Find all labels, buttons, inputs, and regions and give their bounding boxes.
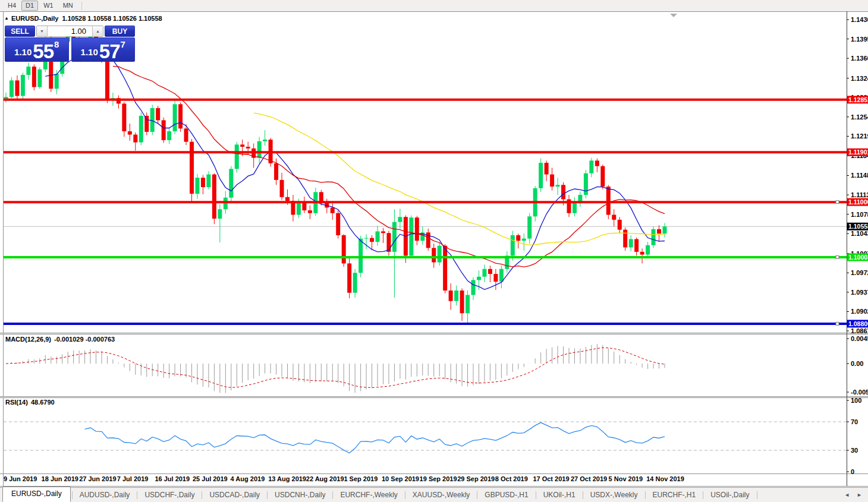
svg-text:10 Sep 2019: 10 Sep 2019 (382, 475, 419, 482)
chart-title: ▴ EURUSD-,Daily 1.10528 1.10558 1.10526 … (5, 15, 162, 22)
svg-text:100: 100 (851, 397, 861, 404)
svg-text:0: 0 (851, 468, 854, 475)
svg-text:30: 30 (851, 447, 858, 454)
svg-text:27 Oct 2019: 27 Oct 2019 (571, 475, 607, 482)
tabs-scroll-left-icon[interactable]: ◄ (844, 492, 850, 498)
macd-values: -0.001029 -0.000763 (54, 336, 115, 343)
tab-ukoil-h1[interactable]: UKOil-,H1 (536, 488, 583, 501)
volume-input[interactable]: 1.00 (48, 26, 92, 36)
buy-price-button[interactable]: 1.10 57 7 (71, 37, 136, 62)
svg-text:5 Nov 2019: 5 Nov 2019 (609, 475, 643, 482)
rsi-pane[interactable] (4, 422, 847, 453)
chart-tabbar: EURUSD-,DailyAUDUSD-,DailyUSDCHF-,DailyU… (0, 487, 868, 502)
volume-decrease-button[interactable]: ▼ (37, 26, 48, 36)
svg-text:0.004536: 0.004536 (851, 335, 868, 342)
toolbar-separator (81, 2, 82, 10)
price-chart[interactable]: 1.143001.139501.136001.132401.128901.125… (0, 11, 868, 487)
volume-stepper: ▼ 1.00 ▲ (36, 26, 103, 37)
macd-indicator-label: MACD(12,26,9) -0.001029 -0.000763 (5, 336, 115, 343)
svg-text:22 Aug 2019: 22 Aug 2019 (306, 475, 344, 482)
svg-text:27 Jun 2019: 27 Jun 2019 (79, 475, 116, 482)
volume-increase-button[interactable]: ▲ (92, 26, 103, 36)
sell-price-button[interactable]: 1.10 55 8 (5, 37, 69, 62)
tab-eurchf-h1[interactable]: EURCHF-,H1 (646, 488, 703, 501)
timeframe-mn-button[interactable]: MN (59, 1, 77, 11)
tabs-scroll-right-icon[interactable]: ► (857, 492, 862, 498)
svg-text:9 Jun 2019: 9 Jun 2019 (4, 475, 37, 482)
svg-text:1.12190: 1.12190 (851, 132, 868, 140)
svg-text:1.09370: 1.09370 (851, 289, 868, 296)
rsi-name: RSI(14) (5, 399, 28, 406)
svg-text:1.10003: 1.10003 (848, 254, 868, 261)
hline-handle[interactable] (836, 322, 839, 325)
svg-text:1.10780: 1.10780 (851, 211, 868, 218)
svg-text:29 Sep 2019: 29 Sep 2019 (457, 475, 495, 482)
timeframe-h4-button[interactable]: H4 (4, 1, 20, 11)
hline-handle[interactable] (836, 255, 839, 258)
svg-text:1.10430: 1.10430 (851, 230, 868, 237)
timeframe-w1-button[interactable]: W1 (39, 1, 58, 11)
svg-text:16 Jul 2019: 16 Jul 2019 (155, 475, 190, 482)
trading-terminal: { "icons": { "collapse": "▴", "scroll_en… (0, 0, 868, 502)
svg-text:19 Sep 2019: 19 Sep 2019 (420, 475, 457, 482)
time-axis[interactable]: 9 Jun 201918 Jun 201927 Jun 20197 Jul 20… (4, 475, 684, 482)
svg-text:1.09020: 1.09020 (851, 308, 868, 315)
buy-price-pip: 7 (121, 39, 125, 49)
svg-text:1.13600: 1.13600 (851, 55, 868, 62)
timeframe-toolbar: H4D1W1MN (0, 0, 868, 12)
rsi-value: 48.6790 (31, 399, 55, 406)
svg-text:1.09720: 1.09720 (851, 269, 868, 276)
macd-pane[interactable] (6, 344, 665, 393)
tab-xauusd-weekly[interactable]: XAUUSD-,Weekly (405, 488, 477, 501)
tab-eurusd-daily[interactable]: EURUSD-,Daily (2, 487, 71, 502)
svg-text:1.11901: 1.11901 (848, 149, 868, 156)
svg-text:1.11000: 1.11000 (848, 198, 868, 206)
buy-button[interactable]: BUY (105, 26, 135, 37)
svg-text:8 Oct 2019: 8 Oct 2019 (495, 475, 528, 482)
chart-ohlc-values: 1.10528 1.10558 1.10526 1.10558 (62, 15, 162, 22)
svg-text:1.11130: 1.11130 (851, 191, 868, 198)
hline-handle[interactable] (836, 201, 839, 204)
main-pane[interactable] (4, 29, 847, 326)
svg-text:1.12540: 1.12540 (851, 113, 868, 121)
svg-text:70: 70 (851, 418, 858, 425)
price-axis[interactable]: 1.143001.139501.136001.132401.128901.125… (847, 16, 868, 475)
moving-average-8 (45, 45, 665, 290)
svg-text:1.08670: 1.08670 (851, 327, 868, 334)
buy-price-main: 57 (99, 43, 120, 59)
svg-text:1.14300: 1.14300 (851, 16, 868, 23)
rsi-line (85, 422, 665, 453)
tab-audusd-daily[interactable]: AUDUSD-,Daily (73, 488, 137, 501)
svg-text:1.10558: 1.10558 (848, 223, 868, 230)
svg-text:13 Aug 2019: 13 Aug 2019 (268, 475, 306, 482)
svg-text:14 Nov 2019: 14 Nov 2019 (646, 475, 684, 482)
sell-price-prefix: 1.10 (14, 47, 32, 57)
rsi-indicator-label: RSI(14) 48.6790 (5, 399, 55, 406)
svg-text:17 Oct 2019: 17 Oct 2019 (533, 475, 569, 482)
svg-text:0.00: 0.00 (851, 360, 863, 367)
chart-symbol-label: EURUSD-,Daily (11, 15, 58, 22)
svg-text:1.13950: 1.13950 (851, 36, 868, 43)
tab-usdx-weekly[interactable]: USDX-,Weekly (583, 488, 645, 501)
tab-eurchf-weekly[interactable]: EURCHF-,Weekly (333, 488, 404, 501)
macd-name: MACD(12,26,9) (5, 336, 51, 343)
sell-price-pip: 8 (54, 39, 59, 49)
collapse-chart-icon[interactable]: ▴ (5, 16, 8, 21)
svg-text:1 Sep 2019: 1 Sep 2019 (344, 475, 378, 482)
timeframe-d1-button[interactable]: D1 (21, 1, 38, 11)
tab-usoil-daily[interactable]: USOil-,Daily (703, 488, 756, 501)
sell-price-main: 55 (33, 43, 54, 59)
tab-usdcad-daily[interactable]: USDCAD-,Daily (202, 488, 267, 501)
svg-text:1.13240: 1.13240 (851, 75, 868, 82)
tab-usdcnh-daily[interactable]: USDCNH-,Daily (268, 488, 332, 501)
svg-text:1.08800: 1.08800 (848, 320, 868, 327)
one-click-trade-panel: SELL ▼ 1.00 ▲ BUY 1.10 55 8 1.10 57 7 (5, 26, 135, 62)
svg-text:4 Aug 2019: 4 Aug 2019 (231, 475, 265, 482)
tab-usdchf-daily[interactable]: USDCHF-,Daily (137, 488, 202, 501)
macd-signal-line (6, 348, 665, 387)
scroll-to-end-icon[interactable] (670, 14, 677, 17)
svg-text:-0.005205: -0.005205 (851, 389, 868, 396)
sell-button[interactable]: SELL (5, 26, 35, 37)
svg-text:18 Jun 2019: 18 Jun 2019 (42, 475, 78, 482)
tab-gbpusd-h1[interactable]: GBPUSD-,H1 (477, 488, 535, 501)
